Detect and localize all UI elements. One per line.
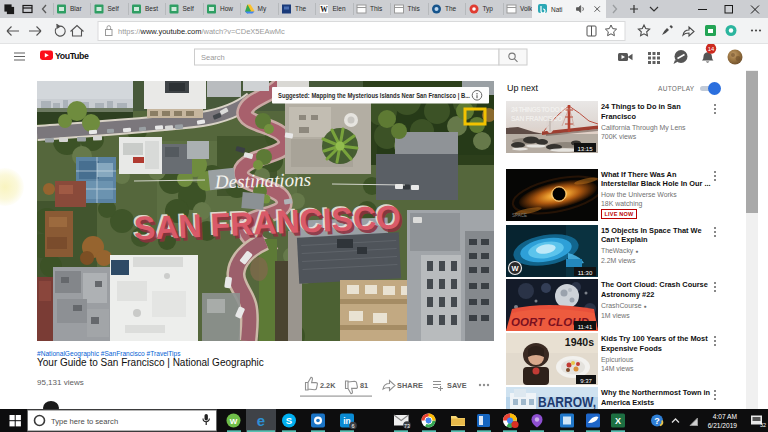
svg-text:W: W (230, 417, 238, 426)
svg-text:Search: Search (201, 53, 225, 62)
svg-text:S: S (286, 415, 292, 426)
svg-text:81: 81 (360, 381, 368, 390)
svg-text:YouTube: YouTube (55, 51, 89, 61)
svg-text:W: W (320, 5, 328, 14)
svg-text:Nati: Nati (551, 6, 563, 13)
svg-text:11:41: 11:41 (577, 324, 592, 330)
svg-text:Suggested: Mapping the Mysteri: Suggested: Mapping the Mysterious Island… (278, 92, 470, 100)
svg-text:X: X (615, 416, 621, 426)
svg-text:BARROW,: BARROW, (538, 394, 596, 410)
svg-text:24 THINGS TO DO IN: 24 THINGS TO DO IN (511, 106, 567, 113)
svg-text:6/21/2019: 6/21/2019 (708, 422, 738, 429)
svg-text:SAVE: SAVE (447, 381, 467, 390)
svg-text:1940s: 1940s (564, 336, 593, 348)
svg-text:Destinations: Destinations (214, 169, 312, 193)
svg-text:4:07 AM: 4:07 AM (713, 413, 737, 420)
svg-text:14: 14 (708, 46, 715, 52)
svg-text:2.2K: 2.2K (320, 381, 336, 390)
svg-text:13:15: 13:15 (577, 146, 593, 152)
svg-text:11:30: 11:30 (577, 269, 592, 275)
svg-text:SHARE: SHARE (397, 381, 423, 390)
svg-text:SPACE: SPACE (512, 213, 527, 218)
svg-text:32: 32 (760, 422, 766, 428)
svg-text:W: W (511, 264, 519, 273)
svg-text:Type here to search: Type here to search (51, 417, 118, 426)
svg-text:9:37: 9:37 (580, 378, 592, 384)
svg-text:?: ? (654, 416, 660, 426)
svg-text:6: 6 (351, 423, 354, 429)
svg-text:e: e (257, 412, 265, 429)
svg-text:SAN FRANCISCO: SAN FRANCISCO (511, 115, 563, 122)
svg-text:73: 73 (404, 423, 410, 429)
svg-text:https://www.youtube.com/watch?: https://www.youtube.com/watch?v=CDeX5EAw… (118, 27, 285, 36)
